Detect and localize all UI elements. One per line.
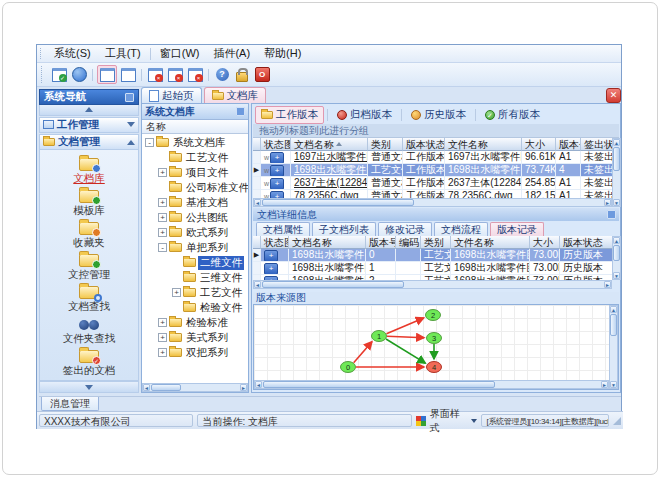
pin-icon[interactable] bbox=[236, 107, 245, 116]
scroll-down-icon[interactable]: ▼ bbox=[613, 272, 620, 279]
horizontal-scrollbar[interactable]: ◄ ► bbox=[142, 383, 248, 392]
column-header[interactable]: 类别 bbox=[368, 138, 403, 151]
scroll-right-icon[interactable]: ► bbox=[604, 199, 611, 206]
tree-node[interactable]: +美式系列 bbox=[142, 330, 248, 345]
tab-doc-properties[interactable]: 文档属性 bbox=[256, 222, 310, 236]
sidebar-item-document-library[interactable]: 文档库 bbox=[73, 156, 105, 188]
column-header-sorted[interactable]: 文档名称 bbox=[291, 138, 368, 151]
expand-icon[interactable]: + bbox=[158, 198, 167, 207]
version-graph[interactable]: 01234 bbox=[254, 305, 609, 380]
work-version-button[interactable]: 工作版本 bbox=[255, 106, 324, 124]
menu-system[interactable]: 系统(S) bbox=[47, 46, 98, 61]
scroll-up-icon[interactable]: ▲ bbox=[613, 139, 620, 146]
scroll-thumb[interactable] bbox=[151, 384, 181, 391]
sidebar-collapse-bottom[interactable] bbox=[39, 381, 139, 393]
scroll-thumb[interactable] bbox=[613, 147, 620, 171]
vertical-scrollbar[interactable]: ▲ ▼ bbox=[612, 236, 621, 280]
sidebar-group-document[interactable]: 文档管理 bbox=[39, 134, 139, 150]
tree-node[interactable]: 公司标准文件 bbox=[142, 180, 248, 195]
scroll-left-icon[interactable]: ◄ bbox=[254, 281, 261, 288]
column-header[interactable]: 编码 bbox=[396, 236, 421, 249]
scroll-up-icon[interactable]: ▲ bbox=[610, 306, 617, 313]
toolbar-grip[interactable] bbox=[40, 48, 44, 60]
scroll-right-icon[interactable]: ► bbox=[240, 384, 247, 391]
lock-icon[interactable] bbox=[233, 66, 251, 84]
expand-icon[interactable]: + bbox=[172, 288, 181, 297]
scroll-thumb[interactable] bbox=[613, 245, 620, 261]
scroll-thumb[interactable] bbox=[263, 381, 495, 388]
tree-node[interactable]: 检验文件 bbox=[142, 300, 248, 315]
column-header[interactable]: 状态图 bbox=[261, 236, 289, 249]
tab-document-library[interactable]: 文档库 bbox=[204, 87, 267, 103]
scroll-right-icon[interactable]: ► bbox=[601, 381, 608, 388]
sidebar-collapse-top[interactable] bbox=[39, 105, 139, 116]
tab-message-management[interactable]: 消息管理 bbox=[41, 397, 99, 411]
all-versions-button[interactable]: ✓所有版本 bbox=[479, 106, 546, 124]
column-header[interactable]: 文件名称 bbox=[451, 236, 530, 249]
sidebar-group-work[interactable]: 工作管理 bbox=[39, 117, 139, 133]
column-header[interactable]: 类别 bbox=[421, 236, 451, 249]
horizontal-scrollbar[interactable]: ◄ ► bbox=[254, 380, 609, 389]
expand-icon[interactable]: + bbox=[158, 318, 167, 327]
tree-node[interactable]: +双把系列 bbox=[142, 345, 248, 360]
expand-icon[interactable]: + bbox=[158, 228, 167, 237]
column-header[interactable]: 版本号 bbox=[366, 236, 396, 249]
pin-icon[interactable] bbox=[607, 210, 616, 219]
table-row[interactable]: w+ 1697出水嘴零件图.dwg 普通文档 工作版本 1697出水嘴零件图.d… bbox=[253, 151, 612, 164]
sidebar-item-checked-out-docs[interactable]: ✓ 签出的文档 bbox=[63, 348, 116, 380]
archived-version-button[interactable]: 归档版本 bbox=[331, 106, 398, 124]
sidebar-item-folder-search[interactable]: 文件夹查找 bbox=[63, 316, 116, 348]
tree-node[interactable]: +检验标准 bbox=[142, 315, 248, 330]
globe-icon[interactable] bbox=[70, 66, 88, 84]
column-header[interactable]: 大小 bbox=[530, 236, 560, 249]
menu-tools[interactable]: 工具(T) bbox=[98, 46, 148, 61]
tree-node-selected[interactable]: 二维文件 bbox=[142, 255, 248, 270]
tree-node[interactable]: 三维文件 bbox=[142, 270, 248, 285]
column-header[interactable]: 状态图 bbox=[261, 138, 291, 151]
scroll-right-icon[interactable]: ► bbox=[604, 281, 611, 288]
sidebar-item-doc-control[interactable]: 文控管理 bbox=[68, 252, 110, 284]
tab-subdoc-list[interactable]: 子文档列表 bbox=[312, 222, 376, 236]
tab-start-page[interactable]: 起始页 bbox=[141, 87, 202, 103]
tree-node[interactable]: +基准文档 bbox=[142, 195, 248, 210]
table-row-selected[interactable]: ▶ w+ 1698出水嘴零件图.dwg 工艺文件 工作版本 1698出水嘴零件图… bbox=[253, 164, 612, 177]
column-header[interactable]: 文件名称 bbox=[445, 138, 522, 151]
scroll-down-icon[interactable]: ▼ bbox=[610, 381, 617, 388]
close-group-icon[interactable]: × bbox=[166, 66, 184, 84]
tree-node[interactable]: +项目文件 bbox=[142, 165, 248, 180]
tree-column-header[interactable]: 名称 bbox=[142, 120, 248, 134]
table-row-selected[interactable]: ▶ + 1698出水嘴零件图.dwg 0 工艺文件 1698出水嘴零件图.dwg… bbox=[253, 249, 612, 262]
toolbar-grip[interactable] bbox=[41, 66, 45, 82]
vertical-scrollbar[interactable]: ▲ ▼ bbox=[609, 305, 618, 389]
menu-plugins[interactable]: 插件(A) bbox=[206, 46, 257, 61]
tab-modify-records[interactable]: 修改记录 bbox=[378, 222, 432, 236]
menu-window[interactable]: 窗口(W) bbox=[153, 46, 207, 61]
tree-node[interactable]: -单把系列 bbox=[142, 240, 248, 255]
expand-icon[interactable]: + bbox=[158, 168, 167, 177]
scroll-left-icon[interactable]: ◄ bbox=[255, 381, 262, 388]
horizontal-scrollbar[interactable]: ◄ ► bbox=[253, 198, 612, 207]
panel-layout-icon[interactable] bbox=[119, 66, 137, 84]
column-header[interactable]: 版本号 bbox=[556, 138, 581, 151]
horizontal-scrollbar[interactable]: ◄ ► bbox=[253, 280, 612, 289]
expand-icon[interactable]: - bbox=[145, 138, 154, 147]
resize-grip[interactable] bbox=[613, 417, 621, 425]
column-header[interactable]: 文档名称 bbox=[289, 236, 366, 249]
table-row[interactable]: + 1698出水嘴零件图.dwg 1 工艺文件 1698出水嘴零件图.dwg 7… bbox=[253, 262, 612, 275]
close-window-icon[interactable]: × bbox=[146, 66, 164, 84]
tab-version-records[interactable]: 版本记录 bbox=[490, 222, 544, 236]
help-icon[interactable]: ? bbox=[213, 66, 231, 84]
scroll-up-icon[interactable]: ▲ bbox=[613, 237, 620, 244]
tree-node[interactable]: +欧式系列 bbox=[142, 225, 248, 240]
scroll-left-icon[interactable]: ◄ bbox=[254, 199, 261, 206]
scroll-down-icon[interactable]: ▼ bbox=[613, 199, 620, 206]
history-version-button[interactable]: 历史版本 bbox=[405, 106, 472, 124]
column-header[interactable]: 大小 bbox=[522, 138, 556, 151]
expand-icon[interactable]: - bbox=[158, 243, 167, 252]
pin-icon[interactable] bbox=[125, 93, 134, 102]
tree-node[interactable]: 工艺文件 bbox=[142, 150, 248, 165]
close-icon[interactable]: ✕ bbox=[606, 88, 621, 103]
scroll-thumb[interactable] bbox=[262, 281, 404, 288]
tree-node[interactable]: +工艺文件 bbox=[142, 285, 248, 300]
sidebar-item-doc-search[interactable]: 文档查找 bbox=[68, 284, 110, 316]
